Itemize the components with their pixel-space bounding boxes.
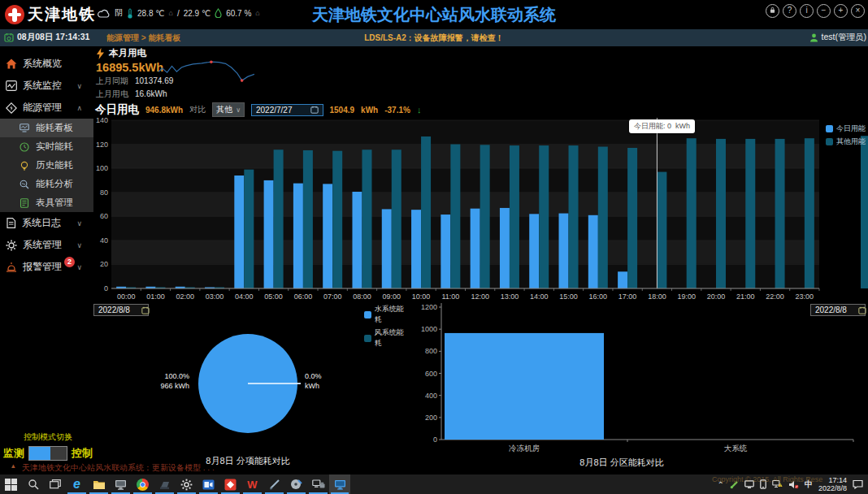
sidebar-item-realtime-energy[interactable]: 实时能耗	[0, 137, 93, 156]
taskbar-scada-app-button[interactable]	[329, 474, 350, 494]
tray-notification-icon[interactable]	[853, 479, 863, 489]
svg-text:10:00: 10:00	[412, 292, 431, 301]
temp-outdoor: 28.8 ℃	[137, 9, 164, 18]
svg-text:大系统: 大系统	[724, 444, 748, 453]
sidebar-item-alarms[interactable]: 报警管理 2 ∨	[0, 256, 93, 278]
photos-app-icon	[158, 479, 171, 490]
svg-text:120: 120	[96, 141, 108, 149]
taskbar-video-app-button[interactable]	[197, 474, 219, 494]
tray-clock[interactable]: 17:14 2022/8/8	[818, 476, 847, 492]
minimize-icon[interactable]: −	[817, 4, 831, 18]
taskbar-chrome-button[interactable]	[132, 474, 154, 494]
svg-text:20:00: 20:00	[707, 292, 726, 301]
today-usage-header: 今日用电 946.8kWh 对比 其他 ∨ 2022/7/27 1504.9 k…	[95, 102, 421, 117]
svg-text:03:00: 03:00	[206, 292, 224, 301]
copyright-watermark: Copyright © 2015, All Rights Rese	[712, 475, 822, 483]
taskbar-settings-button[interactable]	[176, 474, 197, 494]
breadcrumb[interactable]: 能源管理 > 能耗看板	[106, 32, 180, 44]
chevron-down-icon: ∨	[76, 82, 82, 90]
pie-date-input[interactable]: 2022/8/8	[93, 304, 149, 316]
taskbar-search-button[interactable]	[22, 474, 44, 494]
page-title: 天津地铁文化中心站风水联动系统	[312, 4, 556, 26]
thermometer-icon	[127, 8, 133, 19]
user-display[interactable]: test(管理员)	[809, 32, 866, 43]
taskbar-disc-app-button[interactable]	[285, 474, 307, 494]
hourly-usage-chart[interactable]: 02040608010012014000:0001:0002:0003:0004…	[93, 118, 868, 302]
pc-app-icon	[115, 479, 127, 490]
taskbar-devices-app-button[interactable]	[307, 474, 329, 494]
pie-legend[interactable]: 水系统能耗 风系统能耗	[364, 304, 410, 351]
info-icon[interactable]: i	[800, 4, 814, 18]
svg-text:07:00: 07:00	[323, 292, 342, 301]
svg-text:0: 0	[104, 284, 108, 292]
svg-text:14:00: 14:00	[530, 292, 549, 301]
compare-date-input[interactable]: 2022/7/27	[251, 104, 323, 116]
start-button[interactable]	[0, 474, 22, 494]
close-icon[interactable]: ×	[851, 4, 865, 18]
sidebar-item-history-energy[interactable]: 历史能耗	[0, 156, 93, 175]
alert-message[interactable]: LDS/LS-A2：设备故障报警，请检查！	[364, 32, 504, 44]
maximize-icon[interactable]: +	[834, 4, 848, 18]
control-mode-toggle[interactable]	[28, 446, 67, 461]
control-mode-left-label: 监测	[3, 446, 24, 461]
compare-label: 对比	[189, 104, 206, 115]
hourly-chart-legend[interactable]: 今日用能 其他用能	[826, 124, 866, 150]
tray-time: 17:14	[818, 476, 847, 484]
sidebar-item-monitoring[interactable]: 系统监控 ∨	[0, 75, 93, 97]
zone-date-input[interactable]: 2022/8/8	[810, 304, 866, 316]
sidebar-item-energy[interactable]: 能源管理 ∧	[0, 97, 93, 119]
sidebar-item-settings[interactable]: 系统管理 ∨	[0, 234, 93, 256]
sidebar-item-overview[interactable]: 系统概览	[0, 53, 93, 75]
chevron-up-icon: ∧	[76, 104, 82, 112]
taskbar-ie-button[interactable]: e	[66, 474, 88, 494]
legend-swatch-today	[826, 125, 833, 132]
home-icon	[6, 58, 17, 69]
taskbar-pc-app-button[interactable]	[110, 474, 132, 494]
sidebar-item-energy-dashboard[interactable]: 能耗看板	[0, 119, 93, 137]
media-app-icon	[224, 479, 237, 491]
sidebar-item-meter-management[interactable]: 表具管理	[0, 193, 93, 212]
desktop-screen: 天津地铁 阴 28.8 ℃ ⌂ / 22.9 ℃ 60.7 % ⌂ 天津地铁文化…	[0, 0, 868, 494]
taskbar-pen-app-button[interactable]	[263, 474, 285, 494]
taskbar-media-app-button[interactable]	[219, 474, 241, 494]
sidebar-item-logs[interactable]: 系统日志 ∨	[0, 212, 93, 234]
svg-text:09:00: 09:00	[383, 292, 401, 301]
svg-text:600: 600	[425, 370, 437, 378]
weather-strip: 阴 28.8 ℃ ⌂ / 22.9 ℃ 60.7 % ⌂	[98, 7, 260, 19]
compare-mode-select[interactable]: 其他 ∨	[212, 102, 245, 117]
log-file-icon	[6, 218, 16, 228]
lightning-icon	[96, 48, 105, 59]
taskbar-wps-button[interactable]: W	[241, 474, 263, 494]
taskbar-file-explorer-button[interactable]	[88, 474, 110, 494]
lock-icon[interactable]	[766, 4, 779, 18]
help-icon[interactable]: ?	[783, 4, 796, 18]
disc-icon	[290, 479, 302, 490]
monthly-trend-sparkline	[158, 47, 254, 91]
energy-submenu: 能耗看板 实时能耗 历史能耗 能耗分析 表具管理	[0, 119, 93, 212]
svg-text:11:00: 11:00	[441, 292, 459, 301]
pie-label-water: 100.0% 966 kWh	[126, 371, 189, 391]
zone-energy-panel: 2022/8/8 020040060080010001200冷冻机房大系统 8月…	[410, 302, 868, 467]
humidity-icon	[215, 8, 222, 18]
alarm-icon	[6, 262, 17, 272]
pie-slice-divider	[248, 383, 301, 384]
control-mode-right-label: 控制	[72, 446, 93, 461]
alarm-count-badge: 2	[64, 257, 75, 267]
zone-bar-chart[interactable]: 020040060080010001200冷冻机房大系统	[410, 302, 868, 467]
svg-text:1000: 1000	[421, 325, 437, 333]
gear-icon	[6, 240, 17, 251]
svg-text:02:00: 02:00	[176, 292, 194, 301]
task-view-button[interactable]	[44, 474, 66, 494]
calendar-icon	[310, 106, 319, 114]
svg-text:23:00: 23:00	[796, 292, 814, 301]
legend-label-water: 水系统能耗	[375, 304, 410, 325]
taskbar-photos-app-button[interactable]	[154, 474, 176, 494]
svg-text:17:00: 17:00	[618, 292, 637, 301]
task-view-icon	[50, 479, 61, 489]
svg-text:20: 20	[100, 260, 108, 268]
brand-name: 天津地铁	[28, 4, 96, 25]
wps-icon: W	[247, 479, 257, 491]
sidebar-item-energy-analysis[interactable]: 能耗分析	[0, 175, 93, 193]
svg-text:16:00: 16:00	[589, 292, 608, 301]
today-usage-title: 今日用电	[95, 102, 139, 117]
